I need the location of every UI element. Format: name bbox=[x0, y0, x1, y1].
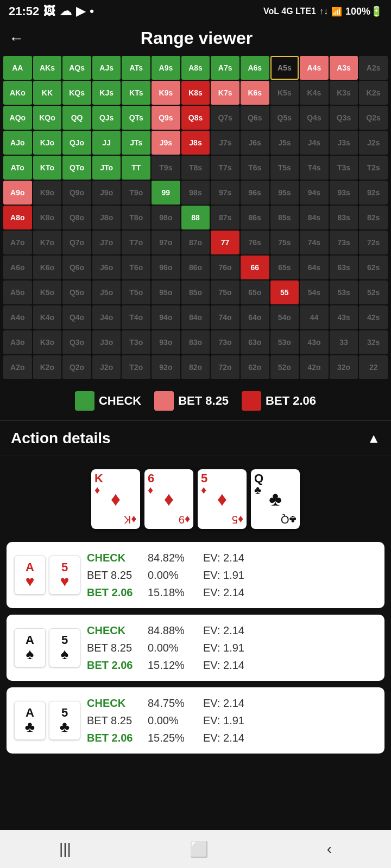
grid-cell-a7s[interactable]: A7s bbox=[211, 56, 239, 80]
grid-cell-52o[interactable]: 52o bbox=[270, 355, 299, 379]
grid-cell-jto[interactable]: JTo bbox=[92, 156, 121, 180]
back-button[interactable]: ← bbox=[9, 30, 24, 47]
grid-cell-t9o[interactable]: T9o bbox=[122, 181, 150, 205]
grid-cell-t3s[interactable]: T3s bbox=[330, 156, 358, 180]
grid-cell-ats[interactable]: ATs bbox=[122, 56, 150, 80]
grid-cell-j9o[interactable]: J9o bbox=[92, 181, 121, 205]
grid-cell-a9s[interactable]: A9s bbox=[152, 56, 180, 80]
grid-cell-96o[interactable]: 96o bbox=[152, 256, 180, 279]
grid-cell-84s[interactable]: 84s bbox=[300, 206, 329, 229]
grid-cell-99[interactable]: 99 bbox=[152, 181, 180, 205]
grid-cell-97s[interactable]: 97s bbox=[211, 181, 239, 205]
grid-cell-74o[interactable]: 74o bbox=[211, 305, 239, 329]
grid-cell-kto[interactable]: KTo bbox=[33, 156, 62, 180]
grid-cell-t5s[interactable]: T5s bbox=[270, 156, 299, 180]
grid-cell-96s[interactable]: 96s bbox=[241, 181, 269, 205]
grid-cell-52s[interactable]: 52s bbox=[359, 280, 388, 304]
grid-cell-a5s[interactable]: A5s bbox=[270, 56, 299, 80]
grid-cell-q6o[interactable]: Q6o bbox=[62, 256, 91, 279]
grid-cell-k4o[interactable]: K4o bbox=[33, 305, 62, 329]
grid-cell-62s[interactable]: 62s bbox=[359, 256, 388, 279]
grid-cell-77[interactable]: 77 bbox=[211, 231, 239, 254]
grid-cell-63s[interactable]: 63s bbox=[330, 256, 358, 279]
grid-cell-72s[interactable]: 72s bbox=[359, 231, 388, 254]
grid-cell-98s[interactable]: 98s bbox=[181, 181, 210, 205]
grid-cell-ato[interactable]: ATo bbox=[3, 156, 32, 180]
grid-cell-j3o[interactable]: J3o bbox=[92, 330, 121, 354]
grid-cell-a7o[interactable]: A7o bbox=[3, 231, 32, 254]
grid-cell-64o[interactable]: 64o bbox=[241, 305, 269, 329]
grid-cell-a4s[interactable]: A4s bbox=[300, 56, 329, 80]
grid-cell-a6s[interactable]: A6s bbox=[241, 56, 269, 80]
grid-cell-qto[interactable]: QTo bbox=[62, 156, 91, 180]
grid-cell-t3o[interactable]: T3o bbox=[122, 330, 150, 354]
grid-cell-kk[interactable]: KK bbox=[33, 81, 62, 105]
grid-cell-q6s[interactable]: Q6s bbox=[241, 106, 269, 130]
grid-cell-32s[interactable]: 32s bbox=[359, 330, 388, 354]
grid-cell-a2s[interactable]: A2s bbox=[359, 56, 388, 80]
grid-cell-q2s[interactable]: Q2s bbox=[359, 106, 388, 130]
grid-cell-jj[interactable]: JJ bbox=[92, 131, 121, 155]
grid-cell-t4s[interactable]: T4s bbox=[300, 156, 329, 180]
grid-cell-63o[interactable]: 63o bbox=[241, 330, 269, 354]
nav-home-icon[interactable]: ⬜ bbox=[190, 840, 209, 858]
grid-cell-92o[interactable]: 92o bbox=[152, 355, 180, 379]
grid-cell-kts[interactable]: KTs bbox=[122, 81, 150, 105]
grid-cell-q4s[interactable]: Q4s bbox=[300, 106, 329, 130]
grid-cell-j2o[interactable]: J2o bbox=[92, 355, 121, 379]
grid-cell-q5o[interactable]: Q5o bbox=[62, 280, 91, 304]
grid-cell-22[interactable]: 22 bbox=[359, 355, 388, 379]
grid-cell-55[interactable]: 55 bbox=[270, 280, 299, 304]
grid-cell-65o[interactable]: 65o bbox=[241, 280, 269, 304]
grid-cell-82s[interactable]: 82s bbox=[359, 206, 388, 229]
grid-cell-qts[interactable]: QTs bbox=[122, 106, 150, 130]
grid-cell-76o[interactable]: 76o bbox=[211, 256, 239, 279]
grid-cell-65s[interactable]: 65s bbox=[270, 256, 299, 279]
grid-cell-k7o[interactable]: K7o bbox=[33, 231, 62, 254]
grid-cell-72o[interactable]: 72o bbox=[211, 355, 239, 379]
grid-cell-t2s[interactable]: T2s bbox=[359, 156, 388, 180]
grid-cell-t7o[interactable]: T7o bbox=[122, 231, 150, 254]
grid-cell-a5o[interactable]: A5o bbox=[3, 280, 32, 304]
grid-cell-42o[interactable]: 42o bbox=[300, 355, 329, 379]
grid-cell-k6o[interactable]: K6o bbox=[33, 256, 62, 279]
grid-cell-43o[interactable]: 43o bbox=[300, 330, 329, 354]
grid-cell-j8s[interactable]: J8s bbox=[181, 131, 210, 155]
grid-cell-k8s[interactable]: K8s bbox=[181, 81, 210, 105]
grid-cell-87s[interactable]: 87s bbox=[211, 206, 239, 229]
grid-cell-85s[interactable]: 85s bbox=[270, 206, 299, 229]
grid-cell-k2o[interactable]: K2o bbox=[33, 355, 62, 379]
grid-cell-q7s[interactable]: Q7s bbox=[211, 106, 239, 130]
grid-cell-q4o[interactable]: Q4o bbox=[62, 305, 91, 329]
grid-cell-85o[interactable]: 85o bbox=[181, 280, 210, 304]
grid-cell-q2o[interactable]: Q2o bbox=[62, 355, 91, 379]
grid-cell-k9s[interactable]: K9s bbox=[152, 81, 180, 105]
grid-cell-k6s[interactable]: K6s bbox=[241, 81, 269, 105]
grid-cell-87o[interactable]: 87o bbox=[181, 231, 210, 254]
grid-cell-75o[interactable]: 75o bbox=[211, 280, 239, 304]
grid-cell-54o[interactable]: 54o bbox=[270, 305, 299, 329]
grid-cell-53s[interactable]: 53s bbox=[330, 280, 358, 304]
grid-cell-aks[interactable]: AKs bbox=[33, 56, 62, 80]
grid-cell-kqo[interactable]: KQo bbox=[33, 106, 62, 130]
nav-recent-icon[interactable]: ‹ bbox=[327, 840, 332, 858]
grid-cell-93s[interactable]: 93s bbox=[330, 181, 358, 205]
grid-cell-84o[interactable]: 84o bbox=[181, 305, 210, 329]
grid-cell-a2o[interactable]: A2o bbox=[3, 355, 32, 379]
nav-back-icon[interactable]: ||| bbox=[59, 840, 71, 858]
grid-cell-95o[interactable]: 95o bbox=[152, 280, 180, 304]
grid-cell-qq[interactable]: QQ bbox=[62, 106, 91, 130]
grid-cell-q8o[interactable]: Q8o bbox=[62, 206, 91, 229]
grid-cell-kjs[interactable]: KJs bbox=[92, 81, 121, 105]
grid-cell-94o[interactable]: 94o bbox=[152, 305, 180, 329]
grid-cell-92s[interactable]: 92s bbox=[359, 181, 388, 205]
grid-cell-jts[interactable]: JTs bbox=[122, 131, 150, 155]
grid-cell-k3o[interactable]: K3o bbox=[33, 330, 62, 354]
grid-cell-a8o[interactable]: A8o bbox=[3, 206, 32, 229]
grid-cell-ako[interactable]: AKo bbox=[3, 81, 32, 105]
grid-cell-64s[interactable]: 64s bbox=[300, 256, 329, 279]
grid-cell-j3s[interactable]: J3s bbox=[330, 131, 358, 155]
grid-cell-j5s[interactable]: J5s bbox=[270, 131, 299, 155]
grid-cell-j7o[interactable]: J7o bbox=[92, 231, 121, 254]
grid-cell-42s[interactable]: 42s bbox=[359, 305, 388, 329]
